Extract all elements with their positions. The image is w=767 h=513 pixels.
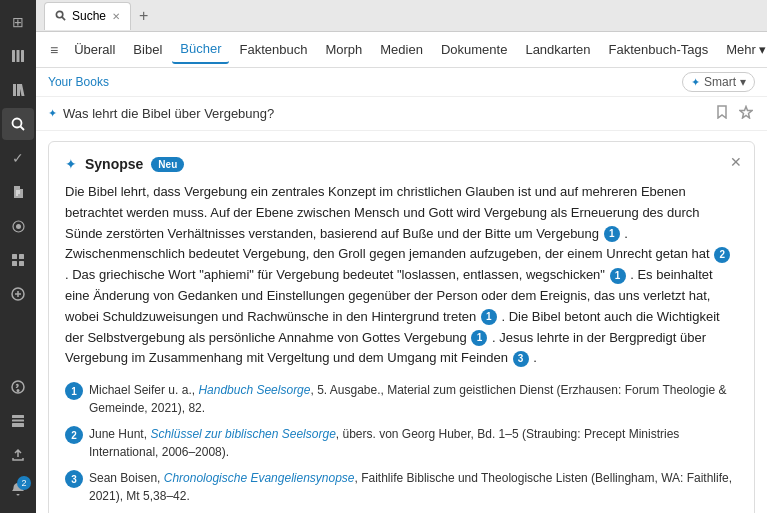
sidebar-icon-export[interactable] — [2, 439, 34, 471]
sidebar-icon-check[interactable]: ✓ — [2, 142, 34, 174]
nav-item-dokumente[interactable]: Dokumente — [433, 36, 515, 63]
new-tab-button[interactable]: + — [133, 7, 154, 25]
smart-icon: ✦ — [691, 76, 700, 89]
reference-item-3: 3 Sean Boisen, Chronologische Evangelien… — [65, 469, 738, 505]
nav-item-mehr[interactable]: Mehr ▾ — [718, 36, 767, 63]
nav-item-faktenbuch-tags[interactable]: Faktenbuch-Tags — [600, 36, 716, 63]
synopsis-text-7: . — [533, 350, 537, 365]
ref-badge-2[interactable]: 2 — [714, 247, 730, 263]
reference-item-2: 2 June Hunt, Schlüssel zur biblischen Se… — [65, 425, 738, 461]
sidebar-icon-radio[interactable] — [2, 210, 34, 242]
svg-rect-1 — [17, 50, 20, 62]
svg-line-4 — [20, 126, 24, 130]
sidebar-icon-grid[interactable] — [2, 244, 34, 276]
star-button[interactable] — [737, 103, 755, 124]
chevron-down-icon: ▾ — [759, 42, 766, 57]
svg-rect-9 — [12, 261, 17, 266]
bookmark-button[interactable] — [713, 103, 731, 124]
ref-link-1[interactable]: Handbuch Seelsorge — [198, 383, 310, 397]
nav-item-faktenbuch[interactable]: Faktenbuch — [231, 36, 315, 63]
search-action-buttons — [713, 103, 755, 124]
nav-item-morph[interactable]: Morph — [317, 36, 370, 63]
synopsis-title-row: ✦ Synopse Neu — [65, 156, 738, 172]
nav-item-medien[interactable]: Medien — [372, 36, 431, 63]
synopsis-header: ✦ Synopse Neu ✕ — [65, 156, 738, 172]
svg-point-3 — [12, 118, 21, 127]
ref-badge-1[interactable]: 1 — [604, 226, 620, 242]
svg-marker-21 — [740, 107, 752, 119]
ref-badge-3[interactable]: 1 — [610, 268, 626, 284]
ref-num-3: 3 — [65, 470, 83, 488]
svg-rect-2 — [21, 50, 24, 62]
reference-item-1: 1 Michael Seifer u. a., Handbuch Seelsor… — [65, 381, 738, 417]
tab-close-button[interactable]: ✕ — [112, 11, 120, 22]
ref-badge-5[interactable]: 1 — [471, 330, 487, 346]
ref-num-1: 1 — [65, 382, 83, 400]
books-bar: Your Books ✦ Smart ▾ — [36, 68, 767, 97]
ref-text-2: June Hunt, Schlüssel zur biblischen Seel… — [89, 425, 738, 461]
nav-item-ueberall[interactable]: Überall — [66, 36, 123, 63]
ref-text-3: Sean Boisen, Chronologische Evangeliensy… — [89, 469, 738, 505]
svg-rect-10 — [19, 261, 24, 266]
synopsis-body: Die Bibel lehrt, dass Vergebung ein zent… — [65, 182, 738, 369]
search-bar: ✦ Was lehrt die Bibel über Vergebung? — [36, 97, 767, 131]
synopsis-title: Synopse — [85, 156, 143, 172]
hamburger-menu-button[interactable]: ≡ — [44, 38, 64, 62]
sidebar-icon-add[interactable] — [2, 278, 34, 310]
svg-point-19 — [56, 11, 62, 17]
search-query-text: Was lehrt die Bibel über Vergebung? — [63, 106, 707, 121]
sidebar-icon-table[interactable] — [2, 405, 34, 437]
sidebar-icon-help[interactable] — [2, 371, 34, 403]
svg-rect-18 — [12, 423, 24, 427]
synopsis-close-button[interactable]: ✕ — [730, 154, 742, 170]
tab-label: Suche — [72, 9, 106, 23]
ref-link-2[interactable]: Schlüssel zur biblischen Seelsorge — [150, 427, 335, 441]
ref-text-1: Michael Seifer u. a., Handbuch Seelsorge… — [89, 381, 738, 417]
synopsis-text-3: . Das griechische Wort "aphiemi" für Ver… — [65, 267, 605, 282]
svg-rect-7 — [12, 254, 17, 259]
sidebar-icon-books[interactable] — [2, 74, 34, 106]
sidebar-icon-notification[interactable] — [2, 473, 34, 505]
sidebar: ⊞ ✓ — [0, 0, 36, 513]
svg-point-5 — [16, 224, 21, 229]
main-panel: Suche ✕ + ≡ Überall Bibel Bücher Faktenb… — [36, 0, 767, 513]
sidebar-icon-document[interactable] — [2, 176, 34, 208]
svg-rect-8 — [19, 254, 24, 259]
your-books-link[interactable]: Your Books — [48, 75, 109, 89]
ref-badge-4[interactable]: 1 — [481, 309, 497, 325]
sidebar-icon-home[interactable]: ⊞ — [2, 6, 34, 38]
content-area: ✦ Synopse Neu ✕ Die Bibel lehrt, dass Ve… — [36, 131, 767, 513]
tab-search[interactable]: Suche ✕ — [44, 2, 131, 30]
ref-num-2: 2 — [65, 426, 83, 444]
svg-line-20 — [62, 16, 65, 19]
svg-rect-17 — [12, 420, 24, 422]
tab-search-icon — [55, 10, 66, 23]
nav-bar: ≡ Überall Bibel Bücher Faktenbuch Morph … — [36, 32, 767, 68]
smart-button[interactable]: ✦ Smart ▾ — [682, 72, 755, 92]
nav-item-landkarten[interactable]: Landkarten — [517, 36, 598, 63]
ref-link-3[interactable]: Chronologische Evangeliensynopse — [164, 471, 355, 485]
smart-label: Smart — [704, 75, 736, 89]
smart-chevron-icon: ▾ — [740, 75, 746, 89]
svg-point-15 — [17, 390, 19, 392]
synopsis-icon: ✦ — [65, 156, 77, 172]
sidebar-icon-library[interactable] — [2, 40, 34, 72]
sidebar-icon-search[interactable] — [2, 108, 34, 140]
svg-rect-16 — [12, 415, 24, 418]
svg-rect-0 — [12, 50, 15, 62]
ref-badge-6[interactable]: 3 — [513, 351, 529, 367]
tab-bar: Suche ✕ + — [36, 0, 767, 32]
search-query-icon: ✦ — [48, 107, 57, 120]
nav-item-buecher[interactable]: Bücher — [172, 35, 229, 64]
nav-item-bibel[interactable]: Bibel — [125, 36, 170, 63]
synopsis-badge: Neu — [151, 157, 184, 172]
synopsis-card: ✦ Synopse Neu ✕ Die Bibel lehrt, dass Ve… — [48, 141, 755, 513]
references-section: 1 Michael Seifer u. a., Handbuch Seelsor… — [65, 381, 738, 505]
